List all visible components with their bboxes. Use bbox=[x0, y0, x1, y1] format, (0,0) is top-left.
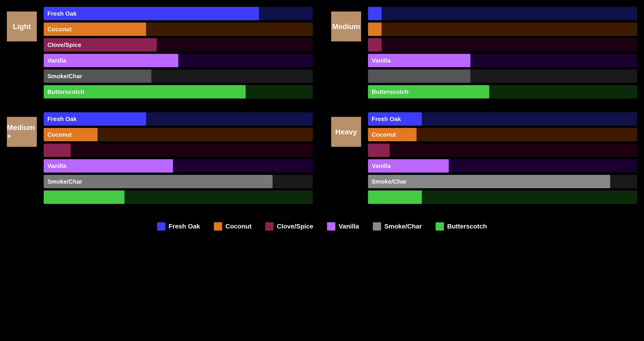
legend-label: Fresh Oak bbox=[168, 223, 200, 230]
bar-track bbox=[44, 191, 313, 204]
bar-background bbox=[368, 23, 637, 36]
bar-fill bbox=[44, 191, 124, 204]
section-label-heavy: Heavy bbox=[331, 117, 361, 147]
bar-track: Butterscotch bbox=[44, 85, 313, 99]
bar-row bbox=[44, 191, 313, 204]
bar-track: Smoke/Char bbox=[44, 175, 313, 188]
bar-track: Smoke/Char bbox=[44, 70, 313, 83]
section-label-light: Light bbox=[7, 12, 37, 42]
main-grid: LightFresh OakCoconutClove/SpiceVanillaS… bbox=[7, 7, 637, 204]
legend-label: Vanilla bbox=[338, 223, 359, 230]
bar-track bbox=[368, 23, 637, 36]
bars-container-light: Fresh OakCoconutClove/SpiceVanillaSmoke/… bbox=[44, 7, 313, 99]
bar-track bbox=[368, 70, 637, 83]
bar-fill: Coconut bbox=[368, 128, 416, 141]
bar-fill bbox=[368, 38, 382, 52]
bar-row: Butterscotch bbox=[368, 85, 637, 99]
bar-label: Vanilla bbox=[372, 162, 390, 170]
bar-row bbox=[368, 7, 637, 20]
bar-fill: Smoke/Char bbox=[44, 175, 272, 188]
bar-label: Smoke/Char bbox=[372, 178, 407, 185]
bar-track: Coconut bbox=[44, 23, 313, 36]
bar-fill: Butterscotch bbox=[368, 85, 489, 99]
bar-label: Butterscotch bbox=[372, 88, 408, 96]
bar-row: Butterscotch bbox=[44, 85, 313, 99]
legend-item: Coconut bbox=[214, 222, 252, 231]
bar-row bbox=[368, 23, 637, 36]
section-label-medium: Medium bbox=[331, 12, 361, 42]
bar-background bbox=[368, 144, 637, 157]
legend-swatch bbox=[214, 222, 222, 231]
bar-fill: Butterscotch bbox=[44, 85, 246, 99]
bar-row bbox=[368, 191, 637, 204]
bar-row: Coconut bbox=[368, 128, 637, 141]
bar-track bbox=[368, 191, 637, 204]
bar-row: Vanilla bbox=[44, 54, 313, 67]
bar-track bbox=[44, 144, 313, 157]
bar-row bbox=[44, 144, 313, 157]
bar-label: Fresh Oak bbox=[48, 10, 76, 17]
legend-swatch bbox=[327, 222, 335, 231]
bar-label: Smoke/Char bbox=[48, 178, 82, 185]
legend-swatch bbox=[265, 222, 274, 231]
section-medium_plus: Medium +Fresh OakCoconutVanillaSmoke/Cha… bbox=[7, 112, 313, 204]
bar-label: Vanilla bbox=[372, 57, 390, 64]
bar-fill bbox=[368, 144, 390, 157]
section-medium: MediumVanillaButterscotch bbox=[331, 7, 637, 99]
section-label-medium_plus: Medium + bbox=[7, 117, 37, 147]
bar-row: Smoke/Char bbox=[44, 70, 313, 83]
legend-swatch bbox=[157, 222, 165, 231]
bar-fill: Vanilla bbox=[44, 159, 173, 173]
bar-row: Vanilla bbox=[368, 159, 637, 173]
bar-background bbox=[368, 38, 637, 52]
bar-background bbox=[368, 7, 637, 20]
legend-item: Clove/Spice bbox=[265, 222, 313, 231]
legend-item: Smoke/Char bbox=[373, 222, 422, 231]
bar-row: Vanilla bbox=[368, 54, 637, 67]
bar-row: Smoke/Char bbox=[368, 175, 637, 188]
bars-container-medium_plus: Fresh OakCoconutVanillaSmoke/Char bbox=[44, 112, 313, 204]
legend-label: Clove/Spice bbox=[277, 223, 313, 230]
bar-track: Butterscotch bbox=[368, 85, 637, 99]
bar-track: Coconut bbox=[44, 128, 313, 141]
bar-fill: Vanilla bbox=[368, 54, 470, 67]
bar-fill: Smoke/Char bbox=[368, 175, 610, 188]
legend-swatch bbox=[436, 222, 444, 231]
bar-fill: Fresh Oak bbox=[44, 112, 146, 126]
bar-row: Fresh Oak bbox=[44, 7, 313, 20]
bar-track: Clove/Spice bbox=[44, 38, 313, 52]
legend-item: Fresh Oak bbox=[157, 222, 200, 231]
legend-label: Coconut bbox=[226, 223, 252, 230]
legend-label: Butterscotch bbox=[447, 223, 487, 230]
bar-track: Vanilla bbox=[368, 159, 637, 173]
bar-fill bbox=[44, 144, 70, 157]
bar-fill bbox=[368, 23, 382, 36]
bar-label: Clove/Spice bbox=[48, 42, 81, 49]
bar-label: Fresh Oak bbox=[372, 116, 401, 123]
bars-container-medium: VanillaButterscotch bbox=[368, 7, 637, 99]
bar-track: Vanilla bbox=[44, 159, 313, 173]
bar-fill bbox=[368, 70, 470, 83]
legend: Fresh OakCoconutClove/SpiceVanillaSmoke/… bbox=[7, 218, 637, 235]
bar-row: Fresh Oak bbox=[368, 112, 637, 126]
bar-label: Butterscotch bbox=[48, 88, 84, 96]
section-heavy: HeavyFresh OakCoconutVanillaSmoke/Char bbox=[331, 112, 637, 204]
section-light: LightFresh OakCoconutClove/SpiceVanillaS… bbox=[7, 7, 313, 99]
bar-track bbox=[368, 7, 637, 20]
bar-fill: Fresh Oak bbox=[44, 7, 259, 20]
bar-row bbox=[368, 144, 637, 157]
bar-background bbox=[44, 144, 313, 157]
bar-track: Fresh Oak bbox=[44, 112, 313, 126]
bars-container-heavy: Fresh OakCoconutVanillaSmoke/Char bbox=[368, 112, 637, 204]
bar-row: Coconut bbox=[44, 23, 313, 36]
bar-row: Vanilla bbox=[44, 159, 313, 173]
bar-track: Vanilla bbox=[44, 54, 313, 67]
bar-fill: Clove/Spice bbox=[44, 38, 157, 52]
bar-fill bbox=[368, 191, 422, 204]
bar-label: Coconut bbox=[372, 131, 396, 138]
bar-fill: Fresh Oak bbox=[368, 112, 422, 126]
bar-track: Coconut bbox=[368, 128, 637, 141]
bar-fill: Vanilla bbox=[44, 54, 178, 67]
legend-item: Vanilla bbox=[327, 222, 359, 231]
bar-label: Coconut bbox=[48, 26, 72, 33]
